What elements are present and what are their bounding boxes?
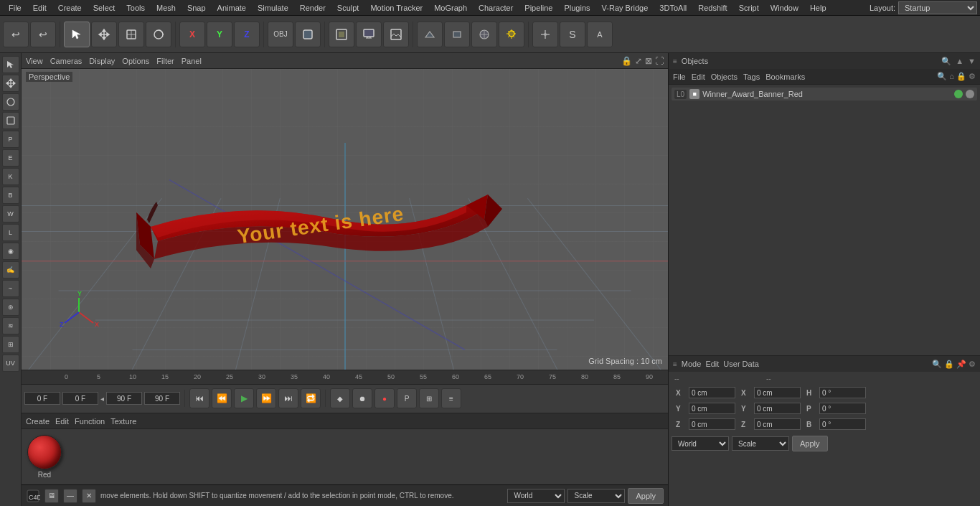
menu-render[interactable]: Render <box>294 2 331 14</box>
snap-button[interactable] <box>532 22 558 47</box>
menu-mograph[interactable]: MoGraph <box>428 2 473 14</box>
obj-home-icon[interactable]: ⌂ <box>949 72 954 81</box>
tool-subdivide[interactable]: ⊞ <box>2 336 19 353</box>
objects-sort-up-icon[interactable]: ▲ <box>956 57 963 65</box>
tool-uvw[interactable]: UV <box>2 355 19 372</box>
tool-select[interactable] <box>2 56 19 73</box>
render-region-button[interactable] <box>329 22 354 47</box>
vp-menu-filter[interactable]: Filter <box>156 57 174 65</box>
menu-vray[interactable]: V-Ray Bridge <box>596 2 654 14</box>
vp-expand-icon[interactable]: ⊠ <box>645 56 652 66</box>
render-view-button[interactable] <box>356 22 382 47</box>
menu-plugins[interactable]: Plugins <box>558 2 595 14</box>
menu-script[interactable]: Script <box>733 2 765 14</box>
tool-spline[interactable]: ~ <box>2 280 19 297</box>
coord-h-input[interactable] <box>819 387 866 398</box>
viewport-canvas[interactable]: Perspective .gl{stroke:rgba(120,140,160,… <box>22 69 668 370</box>
vp-menu-view[interactable]: View <box>26 57 43 65</box>
scale-tool-button[interactable] <box>118 22 144 47</box>
coord-world-select[interactable]: World <box>507 489 565 503</box>
mat-menu-create[interactable]: Create <box>26 417 50 426</box>
tool-rotate[interactable] <box>2 93 19 111</box>
tool-paint[interactable]: ◉ <box>2 243 19 260</box>
attr-lock-icon[interactable]: 🔒 <box>944 360 954 369</box>
obj-objects-menu[interactable]: Objects <box>711 72 738 81</box>
bottom-icon-close[interactable]: ✕ <box>82 489 96 503</box>
attr-settings-icon[interactable]: ⚙ <box>969 360 976 369</box>
frame-end2-input[interactable] <box>144 392 180 405</box>
object-mode-button[interactable]: OBJ <box>268 22 293 47</box>
bottom-icon-monitor[interactable]: 🖥 <box>44 489 59 503</box>
vp-menu-cameras[interactable]: Cameras <box>50 57 83 65</box>
attr-edit-menu[interactable]: Edit <box>705 360 719 368</box>
menu-file[interactable]: File <box>3 2 27 14</box>
vp-menu-panel[interactable]: Panel <box>182 57 202 65</box>
vp-menu-options[interactable]: Options <box>122 57 149 65</box>
model-mode-button[interactable] <box>295 22 321 47</box>
layout-dropdown[interactable]: Startup <box>898 1 977 14</box>
menu-animate[interactable]: Animate <box>212 2 252 14</box>
auto-keyframe-button[interactable]: ⏺ <box>352 388 372 408</box>
power-button[interactable]: P <box>397 388 417 408</box>
rotate-tool-button[interactable] <box>146 22 171 47</box>
vp-fullscreen-icon[interactable]: ⛶ <box>655 56 664 66</box>
coord-y-pos-input[interactable] <box>689 403 735 414</box>
obj-lock-icon[interactable]: 🔒 <box>956 72 966 81</box>
menu-character[interactable]: Character <box>473 2 519 14</box>
keyframe-button[interactable]: ◆ <box>330 388 350 408</box>
menu-help[interactable]: Help <box>804 2 832 14</box>
view-top-button[interactable] <box>471 22 497 47</box>
vp-lock-icon[interactable]: 🔒 <box>621 56 632 66</box>
obj-settings-icon[interactable]: ⚙ <box>969 72 976 81</box>
attr-search-icon[interactable]: 🔍 <box>932 360 942 369</box>
coord-x-rot-input[interactable] <box>754 387 801 398</box>
coord-x-pos-input[interactable] <box>689 387 735 398</box>
coord-z-pos-input[interactable] <box>689 418 735 430</box>
tool-sculpt-brush[interactable]: ✍ <box>2 261 19 278</box>
menu-simulate[interactable]: Simulate <box>252 2 294 14</box>
coord-scale-select[interactable]: Scale <box>567 489 625 503</box>
render-pic-viewer-button[interactable] <box>383 22 409 47</box>
obj-search-icon[interactable]: 🔍 <box>937 72 947 81</box>
menu-tools[interactable]: Tools <box>121 2 151 14</box>
coord-z-rot-input[interactable] <box>754 418 801 430</box>
tool-poly[interactable]: P <box>2 131 19 148</box>
objects-search-icon[interactable]: 🔍 <box>941 57 951 66</box>
obj-edit-menu[interactable]: Edit <box>692 72 705 81</box>
tool-loop[interactable]: L <box>2 224 19 241</box>
apply-button[interactable]: Apply <box>628 488 664 504</box>
bottom-icon-cinema[interactable]: C4D <box>26 489 40 503</box>
mat-menu-edit[interactable]: Edit <box>55 417 69 426</box>
vp-cam-icon[interactable]: ⤢ <box>635 56 642 66</box>
coord-world-select-2[interactable]: World <box>672 436 729 451</box>
object-tree-row[interactable]: L0 ■ Winner_Award_Banner_Red <box>672 88 977 100</box>
menu-select[interactable]: Select <box>88 2 121 14</box>
menu-snap[interactable]: Snap <box>182 2 212 14</box>
soft-select-button[interactable]: S <box>560 22 585 47</box>
coord-scale-select-2[interactable]: Scale <box>732 436 789 451</box>
menu-mesh[interactable]: Mesh <box>151 2 182 14</box>
tool-move[interactable] <box>2 75 19 92</box>
tool-weld[interactable]: W <box>2 205 19 222</box>
material-red[interactable]: Red <box>27 435 62 479</box>
timeline-extra-1[interactable]: ⊞ <box>419 388 439 408</box>
tool-extrude[interactable]: E <box>2 149 19 167</box>
undo-button[interactable]: ↩ <box>3 22 29 47</box>
coord-y-rot-input[interactable] <box>754 403 801 414</box>
coord-apply-button[interactable]: Apply <box>792 436 828 451</box>
select-tool-button[interactable] <box>64 22 90 47</box>
vp-menu-display[interactable]: Display <box>89 57 115 65</box>
view-perspective-button[interactable] <box>417 22 443 47</box>
next-frame-button[interactable]: ⏩ <box>256 388 276 408</box>
menu-pipeline[interactable]: Pipeline <box>519 2 558 14</box>
frame-end1-input[interactable] <box>106 392 142 405</box>
goto-start-button[interactable]: ⏮ <box>189 388 209 408</box>
frame-start-input[interactable] <box>24 392 60 405</box>
frame-current-input[interactable] <box>62 392 98 405</box>
obj-bookmarks-menu[interactable]: Bookmarks <box>765 72 805 81</box>
attr-pin-icon[interactable]: 📌 <box>956 360 966 369</box>
menu-window[interactable]: Window <box>765 2 804 14</box>
tool-scale[interactable] <box>2 112 19 129</box>
coord-p-input[interactable] <box>819 403 866 414</box>
attr-mode-menu[interactable]: Mode <box>682 360 702 368</box>
